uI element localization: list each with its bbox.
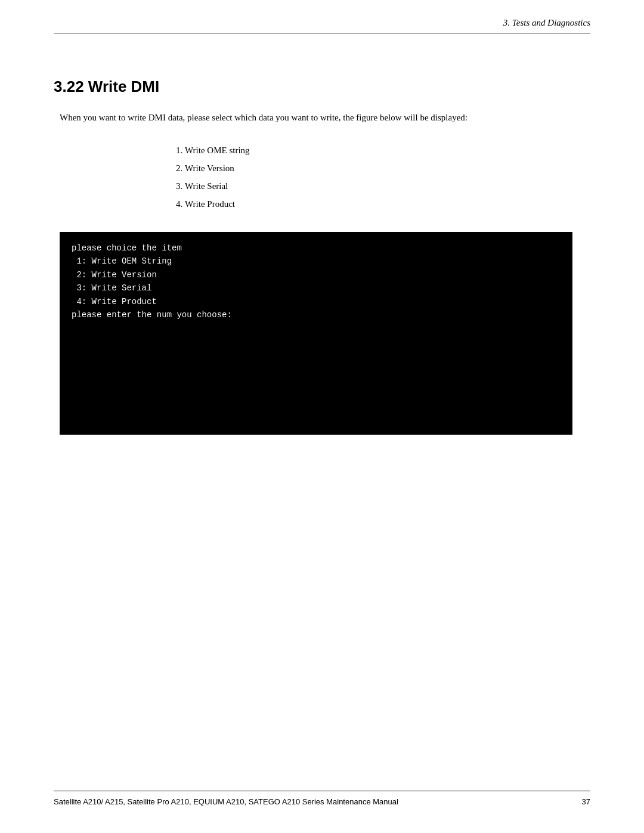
section-title: 3.22 Write DMI: [54, 78, 590, 96]
terminal-line-6: please enter the num you choose:: [72, 308, 561, 321]
terminal-line-2: 1: Write OEM String: [72, 255, 561, 268]
intro-paragraph: When you want to write DMI data, please …: [60, 110, 590, 125]
list-item: Write Version: [185, 159, 590, 177]
list-item: Write OME string: [185, 141, 590, 159]
header-chapter: 3. Tests and Diagnostics: [503, 18, 590, 28]
header-rule: [54, 33, 590, 33]
terminal-line-5: 4: Write Product: [72, 295, 561, 308]
page-container: 3. Tests and Diagnostics 3.22 Write DMI …: [0, 0, 644, 833]
terminal-display: please choice the item 1: Write OEM Stri…: [60, 232, 572, 435]
write-dmi-list: Write OME string Write Version Write Ser…: [173, 141, 590, 213]
terminal-line-3: 2: Write Version: [72, 268, 561, 281]
footer-rule: [54, 791, 590, 791]
terminal-line-1: please choice the item: [72, 241, 561, 255]
content-area: 3.22 Write DMI When you want to write DM…: [54, 78, 590, 435]
terminal-line-4: 3: Write Serial: [72, 281, 561, 295]
list-item: Write Product: [185, 195, 590, 213]
footer-page-number: 37: [582, 797, 590, 806]
list-item: Write Serial: [185, 177, 590, 195]
footer-left-text: Satellite A210/ A215, Satellite Pro A210…: [54, 797, 398, 806]
footer: Satellite A210/ A215, Satellite Pro A210…: [54, 797, 590, 806]
